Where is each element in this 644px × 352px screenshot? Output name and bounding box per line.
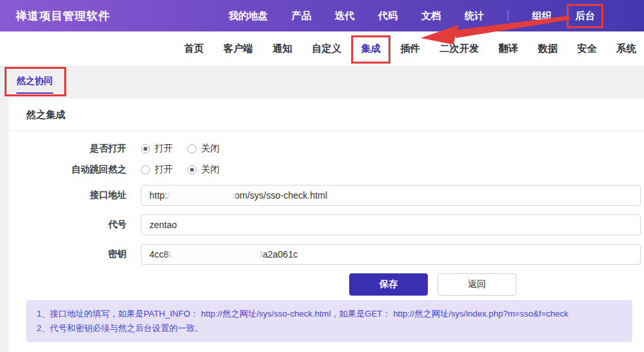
nav-item-product[interactable]: 产品 (292, 10, 311, 22)
radio-off-icon[interactable] (187, 165, 197, 174)
nav-item-stats[interactable]: 统计 (464, 10, 484, 22)
form-row-api-url: 接口地址 http:// com/sys/sso-check.html (9, 185, 644, 206)
note-line-2: 2、代号和密钥必须与然之后台设置的一致。 (37, 321, 622, 336)
code-control: zentao (141, 214, 641, 235)
integration-form: 是否打开 打开 关闭 自动跳回然之 打开 (9, 131, 644, 296)
secret-suffix: 3a2a061c (257, 249, 298, 260)
subnav-item-home[interactable]: 首页 (184, 43, 204, 55)
subnav-item-client[interactable]: 客户端 (223, 43, 253, 55)
subnav-item-plugin[interactable]: 插件 (400, 43, 420, 55)
enable-radio-group: 打开 关闭 (141, 143, 641, 155)
note-line-1: 1、接口地址的填写，如果是PATH_INFO： http://然之网址/sys/… (37, 307, 622, 321)
subnav-item-data[interactable]: 数据 (538, 43, 558, 55)
radio-on-icon[interactable] (141, 144, 150, 153)
nav-item-iteration[interactable]: 迭代 (335, 10, 354, 22)
redaction-blur (171, 248, 242, 261)
field-label: 是否打开 (9, 143, 126, 155)
main-panel: 然之集成 是否打开 打开 关闭 自动跳回然之 (9, 98, 644, 352)
autojump-radio-group: 打开 关闭 (141, 164, 641, 176)
code-input[interactable]: zentao (141, 214, 641, 235)
api-url-control: http:// com/sys/sso-check.html (141, 185, 641, 206)
subnav-item-translate[interactable]: 翻译 (499, 43, 518, 55)
subnav-item-dev[interactable]: 二次开发 (440, 43, 479, 55)
page: 禅道项目管理软件 我的地盘 产品 迭代 代码 文档 统计 组织 后台 首页 客户… (0, 0, 644, 352)
save-button[interactable]: 保存 (349, 273, 428, 296)
redaction-blur (170, 189, 233, 202)
nav-item-doc[interactable]: 文档 (421, 10, 441, 22)
app-header: 禅道项目管理软件 我的地盘 产品 迭代 代码 文档 统计 组织 后台 (0, 0, 644, 31)
nav-item-backend[interactable]: 后台 (575, 10, 595, 22)
help-notes: 1、接口地址的填写，如果是PATH_INFO： http://然之网址/sys/… (26, 300, 632, 342)
admin-subnav: 首页 客户端 通知 自定义 集成 插件 二次开发 翻译 数据 安全 系统 (0, 31, 644, 66)
radio-label: 关闭 (201, 143, 219, 155)
nav-divider (508, 10, 508, 21)
redaction-blur (243, 248, 260, 261)
radio-label: 打开 (155, 164, 173, 176)
subnav-item-custom[interactable]: 自定义 (312, 43, 341, 55)
radio-option-off[interactable]: 关闭 (187, 164, 219, 176)
field-label: 密钥 (9, 248, 126, 260)
radio-label: 打开 (155, 143, 173, 155)
secret-control: 4cc88 7b 3a2a061c (141, 244, 641, 265)
annotation-box-backend (567, 4, 603, 28)
secret-input[interactable]: 4cc88 7b 3a2a061c (141, 244, 641, 265)
header-nav: 我的地盘 产品 迭代 代码 文档 统计 组织 后台 (229, 10, 595, 22)
api-url-suffix: com/sys/sso-check.html (230, 190, 328, 201)
radio-label: 关闭 (201, 164, 219, 176)
api-url-prefix: http:// (149, 190, 172, 201)
back-button[interactable]: 返回 (438, 273, 516, 296)
radio-option-off[interactable]: 关闭 (187, 143, 219, 155)
code-value: zentao (149, 220, 177, 230)
nav-item-my-space[interactable]: 我的地盘 (229, 10, 268, 22)
field-label: 代号 (9, 219, 126, 231)
field-label: 接口地址 (9, 189, 126, 201)
annotation-box-tab (5, 67, 66, 96)
secret-prefix: 4cc88 (149, 249, 174, 260)
radio-option-on[interactable]: 打开 (141, 164, 173, 176)
app-title: 禅道项目管理软件 (16, 9, 110, 24)
nav-item-org[interactable]: 组织 (532, 10, 552, 22)
api-url-input[interactable]: http:// com/sys/sso-check.html (141, 185, 641, 206)
subnav-item-integration[interactable]: 集成 (361, 43, 381, 55)
subnav-item-system[interactable]: 系统 (616, 43, 636, 55)
form-row-enable: 是否打开 打开 关闭 (9, 143, 644, 155)
annotation-box-integration (351, 35, 390, 64)
tab-bar: 然之协同 (0, 66, 644, 98)
form-row-autojump: 自动跳回然之 打开 关闭 (9, 164, 644, 176)
radio-off-icon[interactable] (187, 144, 197, 153)
form-buttons: 保存 返回 (349, 273, 644, 296)
radio-on-icon[interactable] (141, 165, 150, 174)
form-row-secret: 密钥 4cc88 7b 3a2a061c (9, 244, 644, 265)
panel-heading: 然之集成 (9, 98, 644, 131)
field-label: 自动跳回然之 (9, 164, 126, 176)
subnav-item-notice[interactable]: 通知 (273, 43, 292, 55)
subnav-item-safe[interactable]: 安全 (577, 43, 597, 55)
radio-option-on[interactable]: 打开 (141, 143, 173, 155)
form-row-code: 代号 zentao (9, 214, 644, 235)
tab-ranzhi[interactable]: 然之协同 (16, 75, 53, 94)
nav-item-code[interactable]: 代码 (378, 10, 398, 22)
